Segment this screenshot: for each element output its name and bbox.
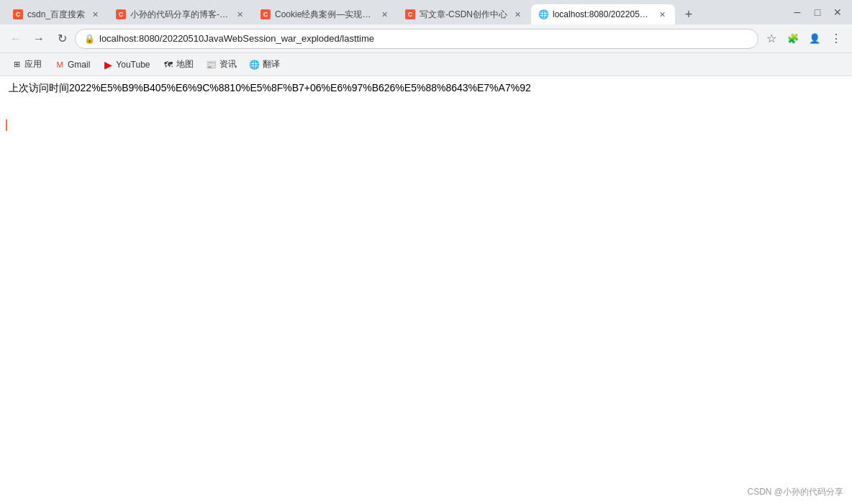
gmail-icon: M <box>55 60 65 70</box>
tab-favicon-2: C <box>116 9 126 19</box>
tab-title-1: csdn_百度搜索 <box>27 9 85 21</box>
tab-cookie[interactable]: C Cookie经典案例—实现显示用户 ✕ <box>253 4 397 24</box>
title-bar: C csdn_百度搜索 ✕ C 小孙的代码分享的博客-CSDN博 ✕ C Coo… <box>0 0 852 24</box>
tab-csdn-blog[interactable]: C 小孙的代码分享的博客-CSDN博 ✕ <box>109 4 253 24</box>
bookmark-youtube-label: YouTube <box>116 60 150 70</box>
tab-csdn-baidu[interactable]: C csdn_百度搜索 ✕ <box>6 4 108 24</box>
text-cursor <box>6 119 7 131</box>
bookmark-news-label: 资讯 <box>219 58 237 70</box>
bookmark-apps[interactable]: ⊞ 应用 <box>6 55 47 73</box>
apps-icon: ⊞ <box>12 60 22 70</box>
more-menu-button[interactable]: ⋮ <box>826 29 846 49</box>
back-button[interactable]: ← <box>6 29 26 49</box>
tab-favicon-4: C <box>405 9 415 19</box>
bookmark-star-button[interactable]: ☆ <box>761 29 781 49</box>
tab-favicon-1: C <box>13 9 23 19</box>
bookmark-youtube[interactable]: ▶ YouTube <box>97 57 155 73</box>
tab-title-5: localhost:8080/20220510JavaWe… <box>553 9 652 19</box>
tab-close-1[interactable]: ✕ <box>89 9 101 20</box>
bookmark-news[interactable]: 📰 资讯 <box>201 55 243 73</box>
tab-localhost[interactable]: 🌐 localhost:8080/20220510JavaWe… ✕ <box>531 4 675 24</box>
minimize-button[interactable]: – <box>789 4 806 21</box>
forward-button[interactable]: → <box>29 29 49 49</box>
tab-close-3[interactable]: ✕ <box>379 9 390 20</box>
tab-title-4: 写文章-CSDN创作中心 <box>420 9 507 21</box>
maximize-button[interactable]: □ <box>809 4 826 21</box>
translate-icon: 🌐 <box>250 60 260 70</box>
maps-icon: 🗺 <box>163 60 173 70</box>
bookmark-maps-label: 地图 <box>176 58 194 70</box>
page-content-text: 上次访问时间2022%E5%B9%B405%E6%9C%8810%E5%8F%B… <box>9 82 843 95</box>
watermark: CSDN @小孙的代码分享 <box>747 486 843 498</box>
bookmark-gmail[interactable]: M Gmail <box>49 57 96 73</box>
bookmark-translate[interactable]: 🌐 翻译 <box>244 55 286 73</box>
security-icon: 🔒 <box>84 34 95 44</box>
reload-button[interactable]: ↻ <box>52 29 72 49</box>
navigation-bar: ← → ↻ 🔒 localhost:8080/20220510JavaWebSe… <box>0 24 852 53</box>
browser-window: C csdn_百度搜索 ✕ C 小孙的代码分享的博客-CSDN博 ✕ C Coo… <box>0 0 852 504</box>
tab-title-2: 小孙的代码分享的博客-CSDN博 <box>130 9 230 21</box>
tab-csdn-create[interactable]: C 写文章-CSDN创作中心 ✕ <box>398 4 530 24</box>
tab-close-4[interactable]: ✕ <box>512 9 523 20</box>
url-text: localhost:8080/20220510JavaWebSession_wa… <box>99 33 749 44</box>
bookmarks-bar: ⊞ 应用 M Gmail ▶ YouTube 🗺 地图 📰 资讯 🌐 翻译 <box>0 53 852 76</box>
profile-button[interactable]: 👤 <box>805 29 825 49</box>
tab-favicon-3: C <box>260 9 271 19</box>
bookmark-gmail-label: Gmail <box>68 60 90 70</box>
news-icon: 📰 <box>207 60 217 70</box>
bookmark-apps-label: 应用 <box>24 58 42 70</box>
new-tab-button[interactable]: + <box>679 4 699 24</box>
close-button[interactable]: ✕ <box>829 4 846 21</box>
tab-favicon-5: 🌐 <box>538 9 548 19</box>
extensions-button[interactable]: 🧩 <box>783 29 803 49</box>
window-controls: – □ ✕ <box>789 4 846 21</box>
bookmark-translate-label: 翻译 <box>263 58 280 70</box>
tab-strip: C csdn_百度搜索 ✕ C 小孙的代码分享的博客-CSDN博 ✕ C Coo… <box>6 0 783 24</box>
tab-title-3: Cookie经典案例—实现显示用户 <box>275 9 374 21</box>
content-area: 上次访问时间2022%E5%B9%B405%E6%9C%8810%E5%8F%B… <box>0 76 852 504</box>
youtube-icon: ▶ <box>103 60 113 70</box>
address-bar[interactable]: 🔒 localhost:8080/20220510JavaWebSession_… <box>75 29 758 49</box>
tab-close-2[interactable]: ✕ <box>234 9 245 20</box>
nav-actions: ☆ 🧩 👤 ⋮ <box>761 29 846 49</box>
tab-close-5[interactable]: ✕ <box>656 9 668 20</box>
bookmark-maps[interactable]: 🗺 地图 <box>158 55 199 73</box>
